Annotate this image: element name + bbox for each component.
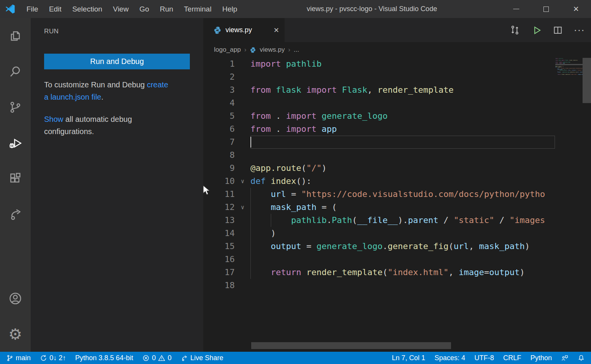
create-launch-json-link[interactable]: create <box>147 80 168 89</box>
encoding-label: UTF-8 <box>474 354 494 362</box>
code-line[interactable]: 12∨ mask_path = ( <box>203 201 555 214</box>
code-line[interactable]: 6from . import app <box>203 123 555 136</box>
fold-chevron-icon[interactable]: ∨ <box>235 175 250 188</box>
status-bar-right: Ln 7, Col 1 Spaces: 4 UTF-8 CRLF Python <box>392 352 585 364</box>
sync-changes-item[interactable]: 0↓ 2↑ <box>40 352 66 364</box>
show-text-line1: all automatic debug <box>63 115 132 123</box>
horizontal-scrollbar-thumb[interactable] <box>251 342 451 349</box>
branch-icon <box>6 354 13 362</box>
fold-gutter <box>235 97 250 110</box>
account-icon <box>8 291 23 306</box>
fold-gutter <box>235 279 250 292</box>
settings-button[interactable]: ⚙ <box>0 316 31 352</box>
run-and-debug-button[interactable]: Run and Debug <box>44 54 190 69</box>
chevron-right-icon: › <box>244 46 246 53</box>
current-line-highlight <box>250 136 555 149</box>
maximize-button[interactable] <box>531 0 561 18</box>
warning-icon <box>158 354 165 362</box>
code-line[interactable]: 17 return render_template("index.html", … <box>203 266 555 279</box>
encoding-item[interactable]: UTF-8 <box>474 352 494 364</box>
code-line[interactable]: 11 url = "https://code.visualstudio.com/… <box>203 188 555 201</box>
account-button[interactable] <box>0 280 31 316</box>
fold-gutter <box>235 110 250 123</box>
code-line[interactable]: 15 output = generate_logo.generate_fig(u… <box>203 240 555 253</box>
create-launch-json-link-line2[interactable]: a launch.json file <box>44 93 101 101</box>
sidebar-item-extensions[interactable] <box>0 161 31 196</box>
line-col: Ln 7, Col 1 <box>392 354 425 362</box>
breadcrumb: logo_app › views.py › ... <box>203 42 591 57</box>
code-line[interactable]: 9@app.route("/") <box>203 162 555 175</box>
status-bar: main 0↓ 2↑ Python 3.8.5 64-bit 0 0 <box>0 352 591 364</box>
chevron-right-icon: › <box>288 46 290 53</box>
code-line[interactable]: 1import pathlib <box>203 57 555 71</box>
cursor-position-item[interactable]: Ln 7, Col 1 <box>392 352 425 364</box>
close-button[interactable]: ✕ <box>561 0 591 18</box>
show-configurations-link[interactable]: Show <box>44 115 63 123</box>
menu-help[interactable]: Help <box>217 5 242 13</box>
run-panel: RUN Run and Debug To customize Run and D… <box>31 18 203 352</box>
tab-close-icon[interactable]: ✕ <box>273 27 279 34</box>
menu-edit[interactable]: Edit <box>44 5 67 13</box>
code-line[interactable]: 3from flask import Flask, render_templat… <box>203 84 555 97</box>
live-share-icon <box>8 207 23 221</box>
horizontal-scrollbar[interactable] <box>203 342 555 349</box>
sidebar-item-source-control[interactable] <box>0 89 31 125</box>
notifications-item[interactable] <box>578 352 585 364</box>
feedback-item[interactable] <box>561 352 568 364</box>
git-branch-item[interactable]: main <box>6 352 31 364</box>
settings-gear-icon: ⚙ <box>8 326 22 342</box>
live-share-item[interactable]: Live Share <box>181 352 223 364</box>
code-line[interactable]: 13 pathlib.Path(__file__).parent / "stat… <box>203 214 555 227</box>
live-share-icon <box>181 354 188 362</box>
code-line[interactable]: 2 <box>203 71 555 84</box>
tab-views-py[interactable]: views.py ✕ <box>203 18 285 42</box>
sidebar-item-live-share[interactable] <box>0 196 31 232</box>
menu-terminal[interactable]: Terminal <box>179 5 217 13</box>
warning-count: 0 <box>168 354 171 362</box>
extensions-icon <box>8 171 23 186</box>
feedback-icon <box>561 354 568 362</box>
branch-name: main <box>16 354 31 362</box>
code-line[interactable]: 5from . import generate_logo <box>203 110 555 123</box>
breadcrumb-folder[interactable]: logo_app <box>214 46 241 54</box>
breadcrumb-symbol[interactable]: ... <box>294 46 299 54</box>
indentation-item[interactable]: Spaces: 4 <box>435 352 465 364</box>
fold-gutter <box>235 162 250 175</box>
eol-item[interactable]: CRLF <box>503 352 521 364</box>
menu-selection[interactable]: Selection <box>67 5 107 13</box>
menu-go[interactable]: Go <box>134 5 154 13</box>
problems-item[interactable]: 0 0 <box>142 352 171 364</box>
fold-gutter <box>235 149 250 162</box>
code-line[interactable]: 4 <box>203 97 555 110</box>
code-editor[interactable]: 1import pathlib23from flask import Flask… <box>203 57 555 342</box>
code-line[interactable]: 8 <box>203 149 555 162</box>
editor-group: views.py ✕ ··· logo_app › <box>203 18 591 352</box>
minimap-current-line <box>555 64 583 65</box>
code-line[interactable]: 14 ) <box>203 227 555 240</box>
sidebar-item-explorer[interactable] <box>0 18 31 54</box>
code-line[interactable]: 18 <box>203 279 555 292</box>
titlebar: File Edit Selection View Go Run Terminal… <box>0 0 591 18</box>
vertical-scrollbar-thumb[interactable] <box>583 58 591 103</box>
code-line[interactable]: 10∨def index(): <box>203 175 555 188</box>
python-interpreter-item[interactable]: Python 3.8.5 64-bit <box>75 352 133 364</box>
vertical-scrollbar[interactable] <box>583 57 591 349</box>
search-icon <box>8 64 23 79</box>
minimap[interactable]: import pathlib from flask import Flask, … <box>555 58 583 342</box>
open-changes-icon[interactable] <box>509 25 520 36</box>
menu-file[interactable]: File <box>21 5 44 13</box>
fold-chevron-icon[interactable]: ∨ <box>235 201 250 214</box>
code-line[interactable]: 16 <box>203 253 555 266</box>
more-actions-icon[interactable]: ··· <box>574 28 585 32</box>
run-python-file-icon[interactable] <box>531 25 542 36</box>
sidebar-item-run-and-debug[interactable] <box>0 125 31 161</box>
editor-actions: ··· <box>509 18 585 42</box>
breadcrumb-file[interactable]: views.py <box>260 46 285 54</box>
menu-run[interactable]: Run <box>155 5 179 13</box>
sidebar-item-search[interactable] <box>0 54 31 89</box>
minimize-button[interactable] <box>501 0 531 18</box>
split-editor-icon[interactable] <box>552 25 563 36</box>
show-text-line2: configurations. <box>44 127 94 136</box>
language-mode-item[interactable]: Python <box>530 352 552 364</box>
menu-view[interactable]: View <box>108 5 134 13</box>
